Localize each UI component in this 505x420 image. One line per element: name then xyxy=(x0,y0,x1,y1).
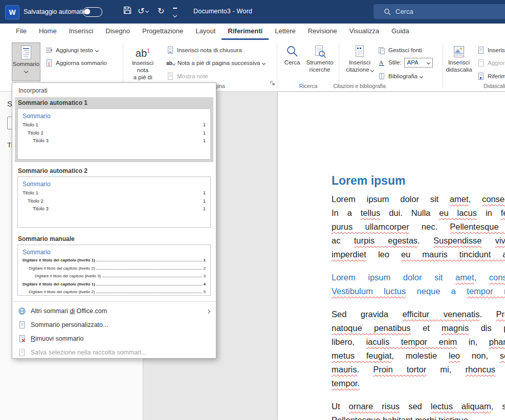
insert-caption-label-2: didascalia xyxy=(446,66,472,73)
aggiungi-testo-button[interactable]: Aggiungi testo xyxy=(45,45,98,56)
text-segment: sed xyxy=(400,402,431,411)
autosave-toggle[interactable] xyxy=(83,7,102,17)
text-segment: , molestie xyxy=(391,351,449,360)
toc-gallery-item-title: Sommario manuale xyxy=(18,235,210,242)
inserisci-nota-pie-pagina-button[interactable]: ab1 Inserisci nota a piè di pagina xyxy=(127,42,159,81)
style-select[interactable]: APA xyxy=(404,58,433,68)
menu-item-rimuovi-sommario[interactable]: Rimuovi sommario xyxy=(12,331,216,345)
insert-caption-label-1: Inserisci xyxy=(448,59,470,66)
inserisci-nota-chiusura-button[interactable]: Inserisci nota di chiusura xyxy=(166,45,242,56)
tab-file[interactable]: File xyxy=(10,24,33,40)
misspelled-text: magnis xyxy=(442,323,469,333)
undo-chevron-icon[interactable] xyxy=(145,9,149,13)
misspelled-text: consec xyxy=(489,273,505,282)
document-body[interactable]: Lorem ipsum Lorem ipsum dolor sit amet, … xyxy=(332,173,505,420)
misspelled-text: amet xyxy=(455,273,474,282)
strumento-ricerche-button[interactable]: Strumento ricerche xyxy=(306,42,334,81)
word-app-icon[interactable]: W xyxy=(5,5,19,19)
table-figures-icon xyxy=(477,46,485,54)
menu-item-label: Salva selezione nella raccolta sommari..… xyxy=(31,349,147,356)
tab-layout[interactable]: Layout xyxy=(189,24,222,40)
toc-gallery-item[interactable]: Sommario automatico 2SommarioTitolo 11Ti… xyxy=(15,165,213,230)
bibliografia-button[interactable]: Bibliografia xyxy=(378,71,423,82)
sommario-button[interactable]: Sommario xyxy=(12,42,40,81)
toc-gallery-item[interactable]: Sommario automatico 1SommarioTitolo 11Ti… xyxy=(15,97,213,162)
chevron-down-icon xyxy=(95,48,99,52)
document-line: Vestibulum luctus neque a tempor ma xyxy=(332,284,505,298)
footnote-ab1-icon: ab1 xyxy=(136,45,150,59)
tab-visualizza[interactable]: Visualizza xyxy=(343,24,385,40)
document-line: purus ullamcorper nec. Pellentesque h xyxy=(332,220,505,234)
menu-item-altri-sommari-office[interactable]: Altri sommari di Office.com xyxy=(12,304,216,318)
next-footnote-label: Nota a piè di pagina successiva xyxy=(178,60,260,66)
tab-guida[interactable]: Guida xyxy=(385,24,415,40)
group-label-captions: Didascalie xyxy=(484,83,505,89)
autosave-label: Salvataggio automatico xyxy=(24,8,90,15)
insert-footnote-label-1: Inserisci nota xyxy=(127,59,159,74)
inserisci-citazione-button[interactable]: Inserisci citazione xyxy=(346,42,374,81)
gestisci-fonti-button[interactable]: Gestisci fonti xyxy=(378,45,422,56)
dialog-launcher-footnotes[interactable] xyxy=(270,79,275,88)
tab-inserisci[interactable]: Inserisci xyxy=(63,24,100,40)
search-large-icon xyxy=(286,45,299,59)
misspelled-text: rhoncus xyxy=(465,365,495,374)
save-icon[interactable] xyxy=(123,6,132,17)
text-segment: Lorem ipsum dolor sit xyxy=(332,194,450,204)
endnote-icon xyxy=(166,46,174,54)
toc-preview-row: Digitare il titolo del capitolo (livello… xyxy=(23,274,206,278)
style-icon: A xyxy=(378,58,386,67)
undo-icon[interactable]: ↺ xyxy=(138,6,148,16)
ribbon-tabs: FileHomeInserisciDisegnoProgettazioneLay… xyxy=(0,24,505,40)
customize-quick-access-icon[interactable] xyxy=(173,8,177,19)
cerca-button[interactable]: Cerca xyxy=(281,42,303,81)
bibliography-icon xyxy=(378,72,386,80)
redo-icon[interactable]: ↻ xyxy=(158,6,164,16)
chevron-down-icon xyxy=(420,74,423,78)
tab-home[interactable]: Home xyxy=(33,24,63,40)
text-segment: in xyxy=(495,365,505,374)
document-line: ac turpis egestas. Suspendisse viverr xyxy=(332,234,505,248)
aggiorna-sommario-label: Aggiorna sommario xyxy=(56,60,107,66)
tab-disegno[interactable]: Disegno xyxy=(99,24,136,40)
text-segment: mi, xyxy=(426,365,465,374)
misspelled-text: metus feugiat xyxy=(332,351,391,360)
toc-gallery-item[interactable]: Sommario manualeSommarioDigitare il tito… xyxy=(15,233,213,298)
tab-progettazione[interactable]: Progettazione xyxy=(136,24,189,40)
misspelled-text: eu lacus xyxy=(439,208,477,217)
misspelled-text: iaculis tempor enim xyxy=(366,337,457,346)
text-segment: In a xyxy=(332,208,361,217)
nota-successiva-button[interactable]: ab Nota a piè di pagina successiva xyxy=(166,57,265,69)
style-value: APA xyxy=(407,59,419,65)
document-paragraphs: Lorem ipsum dolor sit amet, consecteIn a… xyxy=(332,192,505,420)
toc-preview-row: Titolo 31 xyxy=(23,138,206,143)
text-segment: . xyxy=(357,365,374,374)
insert-citation-label-1: Inserisci xyxy=(349,59,370,66)
tab-revisione[interactable]: Revisione xyxy=(302,24,343,40)
text-segment: leo xyxy=(366,250,401,259)
inserisci-didascalia-button[interactable]: Inserisci didascalia xyxy=(445,42,473,81)
misspelled-text: Proin tortor xyxy=(373,365,426,374)
text-segment: nec. xyxy=(409,222,450,231)
document-line: metus feugiat, molestie leo non, sem xyxy=(332,349,505,363)
caption-icon xyxy=(452,45,466,59)
inserisci-indice-figure-button[interactable]: Inserisci indice delle figure xyxy=(477,45,505,56)
misspelled-text: Suspendisse xyxy=(433,236,481,245)
toc-gallery: Sommario automatico 1SommarioTitolo 11Ti… xyxy=(12,97,216,298)
aggiorna-sommario-button[interactable]: ! Aggiorna sommario xyxy=(45,57,107,69)
document-title: Documento3 - Word xyxy=(193,8,252,15)
menu-item-sommario-personalizzato[interactable]: Sommario personalizzato... xyxy=(12,318,216,331)
tab-lettere[interactable]: Lettere xyxy=(269,24,301,40)
misspelled-text: consecte xyxy=(482,194,505,204)
search-box[interactable]: Cerca xyxy=(374,4,505,19)
text-segment: dis par xyxy=(469,323,505,333)
text-segment: Sed gravida xyxy=(332,310,402,319)
text-segment: Lorem ipsum dolor sit xyxy=(332,273,455,282)
add-text-icon xyxy=(45,46,53,54)
document-line: natoque penatibus et magnis dis par xyxy=(332,321,505,335)
tab-riferimenti[interactable]: Riferimenti xyxy=(222,24,269,40)
riferimento-incrociato-button[interactable]: Riferimento incrociato xyxy=(477,71,505,82)
search-label: Cerca xyxy=(396,8,413,15)
toc-preview-heading: Sommario xyxy=(23,181,206,188)
document-line: Lorem ipsum dolor sit amet, consec xyxy=(332,271,505,284)
sommario-button-label: Sommario xyxy=(13,60,39,68)
